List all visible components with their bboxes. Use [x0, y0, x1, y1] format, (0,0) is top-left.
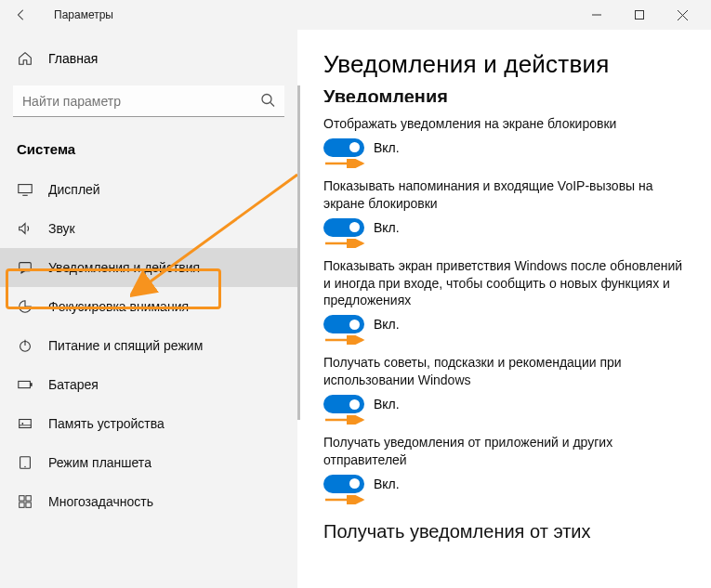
setting-voip-reminders: Показывать напоминания и входящие VoIP-в…: [323, 177, 685, 248]
sidebar-item-label: Дисплей: [48, 182, 100, 197]
sidebar-item-label: Звук: [48, 221, 75, 236]
sidebar-item-focus[interactable]: Фокусировка внимания: [0, 287, 297, 326]
sidebar-item-label: Уведомления и действия: [48, 260, 200, 275]
toggle-switch[interactable]: [323, 475, 364, 493]
sidebar-item-sound[interactable]: Звук: [0, 209, 297, 248]
sidebar-item-display[interactable]: Дисплей: [0, 170, 297, 209]
toggle-switch[interactable]: [323, 138, 364, 157]
sidebar-home[interactable]: Главная: [0, 43, 297, 74]
setting-desc: Отображать уведомления на экране блокиро…: [323, 115, 685, 133]
svg-rect-1: [636, 11, 644, 20]
sidebar-item-label: Режим планшета: [48, 455, 151, 470]
svg-rect-18: [20, 496, 24, 501]
sidebar-home-label: Главная: [48, 51, 98, 66]
svg-rect-13: [20, 420, 32, 428]
svg-point-14: [21, 423, 23, 425]
setting-app-notifications: Получать уведомления от приложений и дру…: [323, 434, 685, 504]
sidebar-item-label: Память устройства: [48, 416, 165, 431]
svg-point-4: [262, 95, 271, 104]
back-button[interactable]: [7, 8, 45, 21]
minimize-button[interactable]: [575, 0, 618, 30]
sidebar-item-label: Батарея: [48, 377, 99, 392]
section-title-apps: Получать уведомления от этих: [323, 521, 685, 542]
sidebar-item-label: Питание и спящий режим: [48, 338, 203, 353]
svg-rect-12: [31, 383, 33, 386]
section-subhead: Уведомления: [323, 84, 685, 102]
sidebar-item-label: Фокусировка внимания: [48, 299, 189, 314]
tablet-icon: [17, 454, 33, 471]
sidebar: Главная Система Дисплей Звук Уведомления…: [0, 30, 297, 588]
sidebar-item-battery[interactable]: Батарея: [0, 365, 297, 404]
svg-rect-21: [26, 503, 31, 507]
scrollbar[interactable]: [297, 85, 300, 420]
toggle-state: Вкл.: [374, 140, 400, 155]
sidebar-item-notifications[interactable]: Уведомления и действия: [0, 248, 297, 287]
annotation-arrow-small: [323, 495, 685, 504]
sidebar-item-label: Многозадачность: [48, 494, 153, 509]
svg-rect-20: [20, 503, 24, 507]
annotation-arrow-small: [323, 415, 685, 425]
page-title: Уведомления и действия: [323, 50, 685, 79]
toggle-state: Вкл.: [374, 220, 400, 235]
battery-icon: [17, 376, 33, 393]
svg-rect-11: [19, 381, 31, 387]
sound-icon: [17, 220, 33, 237]
window-title: Параметры: [45, 8, 575, 21]
setting-tips: Получать советы, подсказки и рекомендаци…: [323, 354, 685, 425]
setting-lockscreen-notifications: Отображать уведомления на экране блокиро…: [323, 115, 685, 168]
setting-welcome-experience: Показывать экран приветствия Windows пос…: [323, 257, 685, 346]
annotation-arrow-small: [323, 159, 685, 168]
annotation-arrow-small: [323, 239, 685, 248]
toggle-state: Вкл.: [374, 397, 400, 412]
toggle-switch[interactable]: [323, 395, 364, 413]
sidebar-item-power[interactable]: Питание и спящий режим: [0, 326, 297, 365]
notifications-icon: [17, 259, 33, 276]
titlebar: Параметры: [0, 0, 711, 30]
annotation-arrow-small: [323, 335, 685, 345]
svg-point-17: [24, 466, 25, 467]
content-pane: Уведомления и действия Уведомления Отобр…: [297, 30, 711, 588]
close-button[interactable]: [661, 0, 704, 30]
toggle-state: Вкл.: [374, 317, 400, 332]
display-icon: [17, 181, 33, 198]
storage-icon: [17, 415, 33, 432]
sidebar-item-multitask[interactable]: Многозадачность: [0, 482, 297, 521]
power-icon: [17, 337, 33, 354]
setting-desc: Показывать напоминания и входящие VoIP-в…: [323, 177, 685, 213]
home-icon: [17, 50, 33, 67]
window-controls: [575, 0, 704, 30]
sidebar-item-storage[interactable]: Память устройства: [0, 404, 297, 443]
svg-rect-19: [26, 496, 31, 501]
setting-desc: Показывать экран приветствия Windows пос…: [323, 257, 685, 310]
maximize-button[interactable]: [618, 0, 661, 30]
search-icon: [260, 93, 275, 111]
sidebar-category: Система: [0, 134, 297, 170]
search-wrap: [13, 85, 284, 117]
toggle-switch[interactable]: [323, 218, 364, 237]
svg-rect-8: [20, 263, 32, 271]
multitask-icon: [17, 493, 33, 510]
toggle-state: Вкл.: [374, 477, 400, 491]
svg-line-5: [270, 103, 274, 107]
sidebar-item-tablet[interactable]: Режим планшета: [0, 443, 297, 482]
setting-desc: Получать советы, подсказки и рекомендаци…: [323, 354, 685, 389]
setting-desc: Получать уведомления от приложений и дру…: [323, 434, 685, 469]
svg-rect-6: [19, 185, 32, 193]
search-input[interactable]: [13, 85, 284, 117]
focus-icon: [17, 298, 33, 315]
toggle-switch[interactable]: [323, 315, 364, 333]
